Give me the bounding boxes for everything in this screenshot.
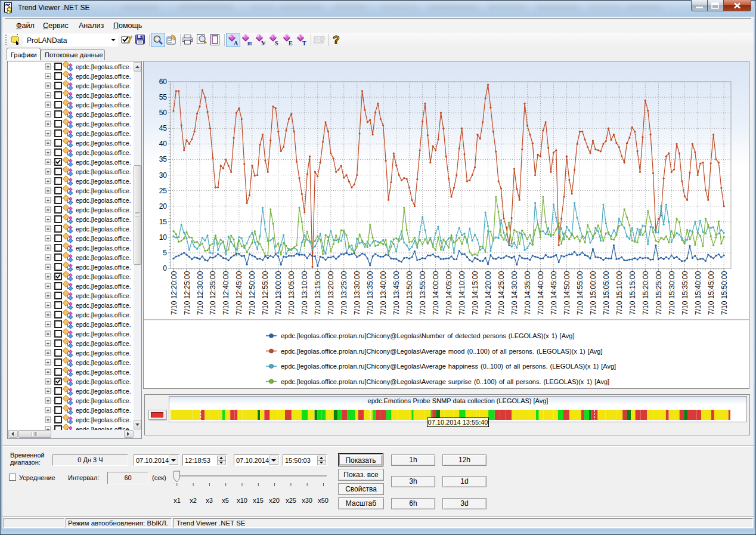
svg-text:epdc.[legolas.office.: epdc.[legolas.office. xyxy=(76,254,131,261)
svg-text:epdc.[legolas.office.: epdc.[legolas.office. xyxy=(76,140,131,147)
svg-text:7/10 13:25:00: 7/10 13:25:00 xyxy=(340,271,348,315)
svg-text:7/10 14:40:00: 7/10 14:40:00 xyxy=(537,271,545,315)
svg-text:epdc.[legolas.office.: epdc.[legolas.office. xyxy=(76,73,131,80)
svg-text:epdc.[legolas.office.: epdc.[legolas.office. xyxy=(76,321,131,328)
svg-text:7/10 14:30:00: 7/10 14:30:00 xyxy=(510,271,519,315)
svg-text:45: 45 xyxy=(159,124,168,132)
svg-text:epdc.[legolas.office.: epdc.[legolas.office. xyxy=(76,302,131,309)
svg-text:7/10 14:20:00: 7/10 14:20:00 xyxy=(484,271,492,315)
svg-text:epdc.[legolas.office.: epdc.[legolas.office. xyxy=(76,130,131,137)
svg-text:7/10 15:15:00: 7/10 15:15:00 xyxy=(628,271,637,315)
svg-text:epdc.[legolas.office.: epdc.[legolas.office. xyxy=(76,292,131,299)
svg-text:epdc.[legolas.office.: epdc.[legolas.office. xyxy=(76,311,131,318)
svg-text:epdc.[legolas.office.: epdc.[legolas.office. xyxy=(76,416,131,423)
svg-text:epdc.[legolas.office.: epdc.[legolas.office. xyxy=(76,397,131,404)
svg-text:7/10 14:15:00: 7/10 14:15:00 xyxy=(471,271,479,315)
svg-text:7/10 13:40:00: 7/10 13:40:00 xyxy=(379,271,388,315)
svg-text:7/10 12:20:00: 7/10 12:20:00 xyxy=(170,271,178,315)
svg-text:7/10 12:50:00: 7/10 12:50:00 xyxy=(248,271,256,315)
svg-text:7/10 14:05:00: 7/10 14:05:00 xyxy=(445,271,453,315)
svg-text:epdc.[legolas.office.: epdc.[legolas.office. xyxy=(76,120,131,128)
svg-text:epdc.[legolas.office.prolan.ru: epdc.[legolas.office.prolan.ru]Chicony@L… xyxy=(281,363,616,370)
svg-text:7/10 15:45:00: 7/10 15:45:00 xyxy=(707,271,715,315)
svg-text:25: 25 xyxy=(159,187,168,195)
svg-text:epdc.[legolas.office.: epdc.[legolas.office. xyxy=(76,273,131,280)
svg-text:35: 35 xyxy=(159,155,168,163)
svg-text:50: 50 xyxy=(159,109,168,117)
svg-text:7/10 13:45:00: 7/10 13:45:00 xyxy=(392,271,401,315)
svg-text:?: ? xyxy=(333,33,340,46)
svg-text:epdc.[legolas.office.: epdc.[legolas.office. xyxy=(76,178,131,185)
svg-text:0: 0 xyxy=(163,264,167,273)
svg-text:7/10 14:10:00: 7/10 14:10:00 xyxy=(458,271,466,315)
svg-text:7/10 15:30:00: 7/10 15:30:00 xyxy=(668,271,676,315)
svg-text:7/10 12:55:00: 7/10 12:55:00 xyxy=(261,271,269,315)
svg-text:7/10 13:35:00: 7/10 13:35:00 xyxy=(366,271,374,315)
svg-text:7/10 14:45:00: 7/10 14:45:00 xyxy=(550,271,558,315)
svg-text:7/10 13:20:00: 7/10 13:20:00 xyxy=(327,271,335,315)
svg-text:7/10 15:00:00: 7/10 15:00:00 xyxy=(589,271,597,315)
svg-text:epdc.[legolas.office.: epdc.[legolas.office. xyxy=(76,245,131,252)
svg-text:epdc.[legolas.office.: epdc.[legolas.office. xyxy=(76,350,131,357)
svg-text:7/10 13:10:00: 7/10 13:10:00 xyxy=(300,271,309,315)
svg-text:7/10 14:25:00: 7/10 14:25:00 xyxy=(497,271,506,315)
svg-text:T: T xyxy=(302,40,306,46)
svg-text:epdc.[legolas.office.: epdc.[legolas.office. xyxy=(76,369,131,376)
svg-text:7/10 15:20:00: 7/10 15:20:00 xyxy=(642,271,650,315)
svg-text:10: 10 xyxy=(159,233,168,242)
svg-text:A: A xyxy=(234,40,238,46)
svg-text:5: 5 xyxy=(163,249,167,257)
svg-text:epdc.[legolas.office.: epdc.[legolas.office. xyxy=(76,197,131,204)
svg-text:60: 60 xyxy=(159,78,168,86)
svg-text:20: 20 xyxy=(159,202,168,211)
svg-text:7/10 15:05:00: 7/10 15:05:00 xyxy=(602,271,611,315)
svg-text:epdc.[legolas.office.: epdc.[legolas.office. xyxy=(76,225,131,233)
svg-text:epdc.[legolas.office.prolan.ru: epdc.[legolas.office.prolan.ru]Chicony@L… xyxy=(281,378,609,385)
svg-text:epdc.[legolas.office.: epdc.[legolas.office. xyxy=(76,82,131,89)
svg-text:M: M xyxy=(261,40,265,46)
svg-text:7/10 12:45:00: 7/10 12:45:00 xyxy=(235,271,243,315)
svg-text:epdc.[legolas.office.: epdc.[legolas.office. xyxy=(76,359,131,366)
svg-text:epdc.[legolas.office.: epdc.[legolas.office. xyxy=(76,101,131,109)
svg-text:7/10 15:25:00: 7/10 15:25:00 xyxy=(655,271,663,315)
svg-text:epdc.[legolas.office.: epdc.[legolas.office. xyxy=(76,63,131,70)
svg-text:7/10 13:05:00: 7/10 13:05:00 xyxy=(287,271,296,315)
svg-text:40: 40 xyxy=(159,140,168,148)
svg-text:epdc.[legolas.office.: epdc.[legolas.office. xyxy=(76,388,131,395)
svg-text:7/10 14:55:00: 7/10 14:55:00 xyxy=(576,271,584,315)
svg-text:epdc.[legolas.office.: epdc.[legolas.office. xyxy=(76,92,131,99)
svg-text:epdc.[legolas.office.: epdc.[legolas.office. xyxy=(76,216,131,223)
svg-text:7/10 13:55:00: 7/10 13:55:00 xyxy=(419,271,427,315)
svg-text:7/10 13:50:00: 7/10 13:50:00 xyxy=(405,271,414,315)
svg-text:7/10 13:15:00: 7/10 13:15:00 xyxy=(314,271,322,315)
svg-text:7/10 12:35:00: 7/10 12:35:00 xyxy=(209,271,217,315)
svg-text:epdc.[legolas.office.: epdc.[legolas.office. xyxy=(76,168,131,175)
svg-text:7/10 13:00:00: 7/10 13:00:00 xyxy=(274,271,283,315)
svg-text:epdc.[legolas.office.: epdc.[legolas.office. xyxy=(76,111,131,118)
svg-text:S: S xyxy=(275,40,278,46)
svg-text:epdc.[legolas.office.: epdc.[legolas.office. xyxy=(76,330,131,338)
svg-text:epdc.[legolas.office.: epdc.[legolas.office. xyxy=(76,264,131,271)
svg-text:epdc.[legolas.office.: epdc.[legolas.office. xyxy=(76,407,131,414)
svg-text:E: E xyxy=(289,40,293,46)
svg-text:7/10 12:40:00: 7/10 12:40:00 xyxy=(222,271,230,315)
svg-text:7/10 15:35:00: 7/10 15:35:00 xyxy=(681,271,689,315)
svg-text:7/10 15:40:00: 7/10 15:40:00 xyxy=(694,271,702,315)
svg-text:epdc.[legolas.office.: epdc.[legolas.office. xyxy=(76,187,131,194)
svg-text:m: m xyxy=(247,40,252,46)
svg-text:epdc.[legolas.office.: epdc.[legolas.office. xyxy=(76,378,131,385)
svg-text:epdc.[legolas.office.: epdc.[legolas.office. xyxy=(76,283,131,290)
svg-text:7/10 14:35:00: 7/10 14:35:00 xyxy=(523,271,532,315)
svg-text:epdc.[legolas.office.prolan.ru: epdc.[legolas.office.prolan.ru]Chicony@L… xyxy=(281,332,574,339)
svg-text:epdc.[legolas.office.: epdc.[legolas.office. xyxy=(76,235,131,242)
svg-text:7/10 15:50:00: 7/10 15:50:00 xyxy=(720,271,729,315)
svg-text:epdc.[legolas.office.: epdc.[legolas.office. xyxy=(76,159,131,166)
svg-text:55: 55 xyxy=(159,93,168,101)
svg-text:7/10 12:25:00: 7/10 12:25:00 xyxy=(183,271,191,315)
svg-text:epdc.[legolas.office.: epdc.[legolas.office. xyxy=(76,149,131,156)
svg-text:7/10 14:50:00: 7/10 14:50:00 xyxy=(563,271,571,315)
svg-text:15: 15 xyxy=(159,218,168,226)
svg-text:7/10 12:30:00: 7/10 12:30:00 xyxy=(196,271,205,315)
svg-text:7/10 14:00:00: 7/10 14:00:00 xyxy=(432,271,440,315)
svg-text:epdc.[legolas.office.: epdc.[legolas.office. xyxy=(76,206,131,214)
